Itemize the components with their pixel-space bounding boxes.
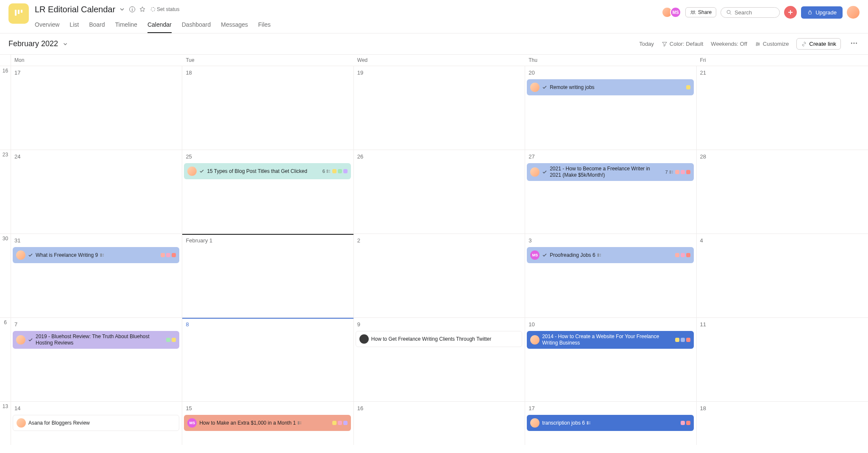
subtask-icon (597, 253, 602, 258)
color-button[interactable]: Color: Default (662, 41, 703, 47)
search-box[interactable] (721, 7, 780, 18)
svg-point-14 (854, 43, 855, 44)
task-card[interactable]: What is Freelance Writing 9 (13, 247, 179, 263)
info-icon[interactable] (129, 6, 136, 13)
day-cell[interactable]: 31 What is Freelance Writing 9 (11, 234, 182, 317)
svg-point-15 (856, 43, 857, 44)
day-cell[interactable]: 16 (354, 402, 525, 445)
task-title: 2014 - How to Create a Website For Your … (542, 333, 672, 346)
avatar (187, 167, 197, 176)
day-cell[interactable]: 3 MS Proofreading Jobs 6 (525, 234, 696, 317)
svg-point-13 (851, 43, 852, 44)
search-icon (726, 9, 732, 15)
create-link-button[interactable]: Create link (796, 38, 841, 50)
day-cell[interactable]: 18 (182, 66, 353, 150)
project-title[interactable]: LR Editorial Calendar (35, 5, 115, 14)
tab-messages[interactable]: Messages (221, 18, 248, 33)
day-cell[interactable]: 20 Remote writing jobs (525, 66, 696, 150)
task-title: What is Freelance Writing 9 (36, 252, 158, 258)
add-button[interactable] (784, 6, 797, 19)
chevron-down-icon[interactable] (119, 6, 125, 13)
tab-overview[interactable]: Overview (35, 18, 59, 33)
svg-point-6 (691, 11, 693, 13)
tag-dot (681, 338, 685, 342)
month-selector[interactable]: February 2022 (8, 39, 68, 48)
svg-rect-1 (18, 10, 19, 14)
tab-board[interactable]: Board (89, 18, 105, 33)
task-title: 2021 - How to Become a Freelance Writer … (550, 166, 662, 178)
task-card[interactable]: 15 Types of Blog Post Titles that Get Cl… (184, 163, 351, 179)
task-card[interactable]: 2019 - Bluehost Review: The Truth About … (13, 331, 179, 349)
task-card[interactable]: How to Get Freelance Writing Clients Thr… (356, 331, 522, 347)
day-cell[interactable]: 25 15 Types of Blog Post Titles that Get… (182, 150, 353, 233)
day-cell[interactable]: February 1 (182, 234, 353, 317)
svg-point-12 (756, 44, 757, 46)
upgrade-label: Upgrade (815, 9, 837, 16)
tag-dot (681, 421, 685, 425)
week-number: 30 (0, 234, 11, 317)
day-cell[interactable]: 28 (697, 150, 868, 233)
week-number: 23 (0, 150, 11, 233)
task-card[interactable]: MS How to Make an Extra $1,000 in a Mont… (184, 415, 351, 431)
project-icon[interactable] (8, 3, 29, 24)
day-cell[interactable]: 17 (11, 66, 182, 150)
avatar (530, 167, 540, 177)
chevron-down-icon (62, 41, 68, 47)
day-cell[interactable]: 9 How to Get Freelance Writing Clients T… (354, 318, 525, 401)
day-cell[interactable]: 4 (697, 234, 868, 317)
more-button[interactable] (849, 38, 860, 50)
task-title: transcription jobs 6 (542, 420, 678, 426)
day-cell[interactable]: 8 (182, 318, 353, 401)
svg-rect-2 (21, 10, 22, 13)
weekends-button[interactable]: Weekends: Off (711, 41, 747, 47)
view-tabs: Overview List Board Timeline Calendar Da… (35, 18, 662, 33)
task-card[interactable]: Asana for Bloggers Review (13, 415, 179, 431)
search-input[interactable] (734, 9, 773, 16)
share-button[interactable]: Share (685, 7, 716, 17)
day-cell[interactable]: 18 (697, 402, 868, 445)
day-cell[interactable]: 14 Asana for Bloggers Review (11, 402, 182, 445)
task-card[interactable]: 2021 - How to Become a Freelance Writer … (527, 163, 693, 181)
star-icon[interactable] (139, 6, 146, 13)
day-cell[interactable]: 21 (697, 66, 868, 150)
tab-files[interactable]: Files (258, 18, 271, 33)
day-cell[interactable]: 10 2014 - How to Create a Website For Yo… (525, 318, 696, 401)
day-cell[interactable]: 15 MS How to Make an Extra $1,000 in a M… (182, 402, 353, 445)
day-cell[interactable]: 17 transcription jobs 6 (525, 402, 696, 445)
tab-timeline[interactable]: Timeline (115, 18, 137, 33)
tag-dot (675, 170, 679, 174)
day-cell[interactable]: 27 2021 - How to Become a Freelance Writ… (525, 150, 696, 233)
profile-avatar[interactable] (847, 6, 860, 19)
tab-calendar[interactable]: Calendar (147, 18, 172, 33)
task-title: Proofreading Jobs 6 (550, 252, 672, 258)
task-card[interactable]: transcription jobs 6 (527, 415, 693, 431)
day-cell[interactable]: 19 (354, 66, 525, 150)
tab-dashboard[interactable]: Dashboard (182, 18, 211, 33)
check-icon (542, 85, 547, 90)
week-number: 13 (0, 402, 11, 445)
tab-list[interactable]: List (70, 18, 79, 33)
filter-icon (662, 41, 668, 47)
day-cell[interactable]: 7 2019 - Bluehost Review: The Truth Abou… (11, 318, 182, 401)
day-cell[interactable]: 2 (354, 234, 525, 317)
tag-dot (686, 85, 690, 89)
task-card[interactable]: MS Proofreading Jobs 6 (527, 247, 693, 263)
svg-point-8 (727, 10, 730, 14)
day-cell[interactable]: 26 (354, 150, 525, 233)
task-title: How to Make an Extra $1,000 in a Month 1 (199, 420, 329, 426)
tag-dot (686, 338, 690, 342)
plus-icon (787, 9, 794, 16)
today-button[interactable]: Today (639, 41, 654, 47)
member-avatars[interactable]: MS (662, 7, 681, 18)
task-card[interactable]: 2014 - How to Create a Website For Your … (527, 331, 693, 349)
day-header-wed: Wed (354, 55, 525, 66)
svg-rect-0 (15, 10, 17, 16)
task-title: 15 Types of Blog Post Titles that Get Cl… (207, 168, 320, 175)
upgrade-button[interactable]: Upgrade (801, 6, 843, 19)
day-cell[interactable]: 11 (697, 318, 868, 401)
customize-button[interactable]: Customize (755, 41, 789, 47)
task-card[interactable]: Remote writing jobs (527, 79, 693, 95)
set-status[interactable]: Set status (151, 6, 179, 12)
day-cell[interactable]: 24 (11, 150, 182, 233)
tag-dot (172, 338, 176, 342)
